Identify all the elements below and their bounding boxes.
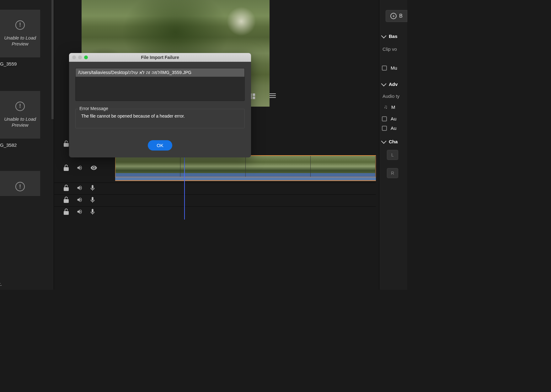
audio-track <box>54 194 376 206</box>
track-controls <box>54 209 115 216</box>
error-message-text: The file cannot be opened because of a h… <box>79 114 241 119</box>
eye-icon[interactable] <box>90 164 97 173</box>
close-icon[interactable] <box>72 56 76 59</box>
properties-panel: + B Bas Clip vo Mu Adv Audio ty M Au Au … <box>379 0 407 290</box>
chevron-down-icon <box>381 81 387 86</box>
audio-waveform[interactable] <box>115 177 376 181</box>
scrollbar[interactable] <box>51 0 54 119</box>
speaker-icon[interactable] <box>77 197 83 204</box>
error-message-section: Error Message The file cannot be opened … <box>75 109 245 128</box>
checkbox[interactable] <box>382 66 387 71</box>
mute-label: Mu <box>391 65 397 71</box>
track-controls <box>54 164 115 173</box>
playhead[interactable] <box>184 151 185 220</box>
thumbnail-filename: G_3582 <box>0 142 40 148</box>
svg-rect-2 <box>253 97 255 99</box>
media-browser-panel: ! Unable to Load Preview G_3559 ! Unable… <box>0 0 54 290</box>
section-basic[interactable]: Bas <box>382 34 407 39</box>
track-controls <box>54 185 115 193</box>
clip-volume-label: Clip vo <box>382 46 397 52</box>
audio-tracks-container <box>54 183 376 218</box>
speaker-icon[interactable] <box>77 209 83 216</box>
chevron-down-icon <box>381 138 387 144</box>
audio-type-label: Audio ty <box>382 93 399 99</box>
menu-icon[interactable] <box>270 93 276 98</box>
lock-icon[interactable] <box>63 140 69 148</box>
video-track-2 <box>54 155 376 182</box>
mic-icon[interactable] <box>90 197 95 204</box>
mute-row[interactable]: Mu <box>382 65 407 71</box>
checkbox[interactable] <box>382 126 387 131</box>
thumbnail-error-text: Unable to Load Preview <box>0 35 40 47</box>
lock-icon[interactable] <box>63 165 69 172</box>
section-channels[interactable]: Cha <box>382 139 407 144</box>
music-row[interactable]: M <box>384 104 407 110</box>
audio-row-1[interactable]: Au <box>382 116 407 121</box>
audio-row-2[interactable]: Au <box>382 125 407 131</box>
audio-type-row[interactable]: Audio ty <box>382 93 407 99</box>
add-button[interactable]: + B <box>386 10 407 22</box>
channel-right-button[interactable]: R <box>387 168 398 178</box>
add-button-label: B <box>399 13 403 19</box>
status-bar-text: to project. <box>0 281 2 287</box>
file-list[interactable]: /Users/taliaviess/Desktop/למה זה לא עולה… <box>75 68 245 101</box>
speaker-icon[interactable] <box>77 185 83 193</box>
clip-volume-row[interactable]: Clip vo <box>382 46 407 52</box>
thumbnail-filename: G_3559 <box>0 61 40 66</box>
media-thumbnail[interactable]: ! <box>0 171 40 196</box>
file-path-item[interactable]: /Users/taliaviess/Desktop/למה זה לא עולה… <box>76 68 244 77</box>
maximize-icon[interactable] <box>84 56 88 59</box>
warning-icon: ! <box>15 20 25 30</box>
thumbnail-error-box: ! Unable to Load Preview <box>0 10 40 57</box>
section-advanced[interactable]: Adv <box>382 82 407 87</box>
video-clip[interactable] <box>115 155 376 177</box>
thumbnail-error-box: ! <box>0 171 40 196</box>
checkbox[interactable] <box>382 116 387 121</box>
audio-track <box>54 206 376 218</box>
audio-label: Au <box>391 116 396 121</box>
media-thumbnail[interactable]: ! Unable to Load Preview G_3582 <box>0 91 40 148</box>
lock-icon[interactable] <box>63 185 69 193</box>
mic-icon[interactable] <box>90 209 95 216</box>
dialog-footer: OK <box>69 135 251 157</box>
music-note-icon <box>384 104 388 110</box>
music-label: M <box>391 104 395 110</box>
audio-track <box>54 183 376 194</box>
warning-icon: ! <box>15 182 25 191</box>
ok-button[interactable]: OK <box>148 140 172 151</box>
error-section-label: Error Message <box>78 106 110 111</box>
lock-icon[interactable] <box>63 209 69 216</box>
dialog-title: File Import Failure <box>69 55 251 60</box>
section-label: Cha <box>389 139 398 144</box>
track-controls <box>54 197 115 204</box>
dialog-body: /Users/taliaviess/Desktop/למה זה לא עולה… <box>69 62 251 135</box>
media-thumbnail[interactable]: ! Unable to Load Preview G_3559 <box>0 10 40 66</box>
file-import-failure-dialog: File Import Failure /Users/taliaviess/De… <box>69 53 251 157</box>
thumbnail-error-text: Unable to Load Preview <box>0 116 40 128</box>
speaker-icon[interactable] <box>77 165 83 172</box>
lock-icon[interactable] <box>63 197 69 204</box>
minimize-icon[interactable] <box>78 56 82 59</box>
section-label: Adv <box>389 82 398 87</box>
warning-icon: ! <box>15 102 25 111</box>
plus-icon: + <box>390 13 397 19</box>
channel-left-button[interactable]: L <box>387 150 398 160</box>
svg-rect-1 <box>253 93 255 96</box>
dialog-titlebar[interactable]: File Import Failure <box>69 53 251 62</box>
mic-icon[interactable] <box>90 185 95 192</box>
thumbnail-error-box: ! Unable to Load Preview <box>0 91 40 139</box>
chevron-down-icon <box>381 33 387 38</box>
section-label: Bas <box>389 34 398 39</box>
audio-label: Au <box>391 125 396 131</box>
window-controls <box>72 56 88 59</box>
